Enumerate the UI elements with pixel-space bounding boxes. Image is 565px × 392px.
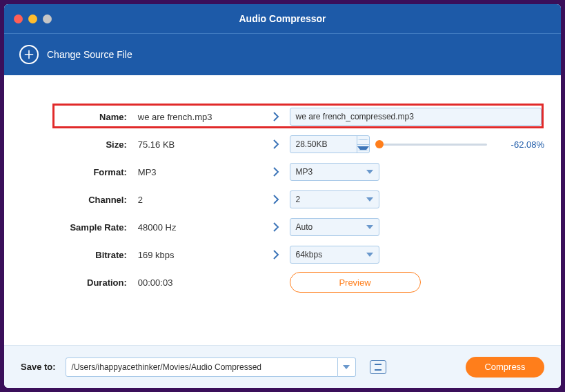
orig-size: 75.16 KB [138,139,262,150]
arrow-icon [262,222,290,232]
chevron-down-icon [366,170,373,174]
row-format: Format: MP3 MP3 [21,158,544,186]
chevron-down-icon [343,365,350,369]
orig-name: we are french.mp3 [138,112,262,122]
row-channel: Channel: 2 2 [21,186,544,213]
label-format: Format: [21,167,138,177]
row-sample-rate: Sample Rate: 48000 Hz Auto [21,213,544,241]
arrow-icon [262,250,290,259]
main-content: Name: we are french.mp3 we are french_co… [4,75,561,345]
row-bitrate: Bitrate: 169 kbps 64kbps [21,241,544,268]
orig-sample-rate: 48000 Hz [138,222,262,233]
orig-channel: 2 [138,195,262,205]
save-path-field[interactable]: /Users/ihappyacethinker/Movies/Audio Com… [66,357,338,377]
orig-format: MP3 [138,167,262,177]
chevron-down-icon [366,253,373,257]
output-name-field[interactable]: we are french_compressed.mp3 [290,108,542,126]
bitrate-select[interactable]: 64kbps [290,246,379,264]
save-path-dropdown[interactable] [338,357,356,377]
label-bitrate: Bitrate: [21,250,138,260]
row-duration: Duration: 00:00:03 Preview [21,268,544,296]
save-to-label: Save to: [21,362,56,372]
row-name: Name: we are french.mp3 we are french_co… [21,103,544,130]
change-source-button[interactable]: Change Source File [47,49,132,60]
toolbar: Change Source File [4,34,561,75]
arrow-icon [262,112,290,121]
row-size: Size: 75.16 KB 28.50KB -62.08% [21,130,544,158]
add-icon[interactable] [19,45,39,64]
sample-rate-select[interactable]: Auto [290,218,379,236]
format-select[interactable]: MP3 [290,163,379,181]
label-size: Size: [21,139,138,150]
save-path-group: /Users/ihappyacethinker/Movies/Audio Com… [66,357,356,377]
orig-bitrate: 169 kbps [138,250,262,260]
compress-button[interactable]: Compress [466,357,544,378]
channel-select[interactable]: 2 [290,190,379,208]
browse-folder-icon[interactable] [370,360,386,374]
label-sample-rate: Sample Rate: [21,222,138,233]
label-channel: Channel: [21,195,138,205]
app-window: Audio Compressor Change Source File Name… [4,4,561,388]
label-name: Name: [21,112,138,122]
size-slider[interactable] [377,144,504,146]
titlebar: Audio Compressor [4,4,561,34]
window-title: Audio Compressor [4,13,561,24]
slider-thumb[interactable] [375,140,384,148]
arrow-icon [262,139,290,149]
chevron-down-icon [366,225,373,229]
size-stepper[interactable]: 28.50KB [290,135,370,153]
compression-percent: -62.08% [511,139,544,150]
chevron-down-icon [366,197,373,202]
arrow-icon [262,167,290,177]
footer: Save to: /Users/ihappyacethinker/Movies/… [4,345,561,388]
stepper-up-icon[interactable] [357,136,369,145]
orig-duration: 00:00:03 [138,277,262,288]
arrow-icon [262,195,290,204]
preview-button[interactable]: Preview [290,272,421,293]
stepper-down-icon[interactable] [357,145,369,153]
label-duration: Duration: [21,277,138,288]
